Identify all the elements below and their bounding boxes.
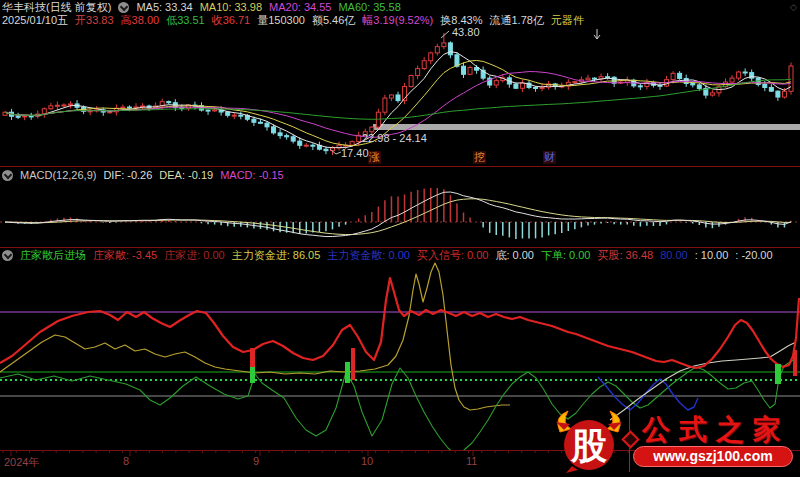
signal-bar [775,364,781,384]
dea-value: DEA: -0.19 [159,169,213,182]
signal-bar [345,362,350,383]
ma60-value: MA60: 35.58 [338,1,400,14]
collapse-macd-icon[interactable] [2,170,13,181]
dif-value: DIF: -0.26 [103,169,152,182]
zhulizijinjin-value: 主力资金进: 86.05 [232,249,321,262]
bull-logo: 股 [552,410,626,474]
ma5-value: MA5: 33.34 [136,1,192,14]
ma10-value: MA10: 33.98 [200,1,262,14]
collapse-indicator-icon[interactable] [2,250,13,261]
zhuangjiajin-value: 庄家进: 0.00 [164,249,225,262]
amount-value: 额5.46亿 [312,14,355,27]
ad-glyph: 挖 [473,151,486,164]
quote-row: 2025/01/10五开33.83高38.00低33.51收36.71量1503… [2,14,584,27]
open-value: 开33.83 [75,14,114,27]
float-value: 流通1.78亿 [489,14,543,27]
corner-icon: ◇ [790,2,797,12]
signal-bar [250,348,255,367]
low-annotation: 17.40 [341,147,369,159]
macd-values: MACD(12,26,9)DIF: -0.26DEA: -0.19MACD: -… [20,169,284,182]
high-pointer [441,31,449,38]
buy-signal-value: 买入信号: 0.00 [417,249,489,262]
watermark: 股 公式之家 www.gszj100.com [550,406,800,476]
collapse-price-icon[interactable] [118,2,129,13]
down-arrow-marker [594,29,600,39]
di-value: 底: 0.00 [495,249,534,262]
signal-bar [250,367,255,383]
macd-value: MACD: -0.15 [220,169,284,182]
watermark-brand: 公式之家 [642,411,790,449]
low-value: 低33.51 [166,14,205,27]
macd-params: MACD(12,26,9) [20,169,96,182]
ref-20-value: : -20.00 [735,249,772,262]
yellow-line [0,263,510,410]
red-line [0,278,799,368]
close-value: 收36.71 [212,14,251,27]
change-value: 幅3.19(9.52%) [362,14,433,27]
high-annotation: 43.80 [452,26,480,38]
xiadan-value: 下单: 0.00 [541,249,591,262]
title-row: 华丰科技(日线 前复权) MA5: 33.34MA10: 33.98MA20: … [2,1,401,14]
watermark-url: www.gszj100.com [633,446,793,467]
macd-panel[interactable] [0,188,800,239]
logo-flame [566,466,578,473]
axis-label: 8 [123,455,129,467]
zhuangjiasan-value: 庄家散: -3.45 [93,249,157,262]
maigu-value: 买股: 36.48 [597,249,653,262]
ma20-value: MA20: 34.55 [269,1,331,14]
gap-annotation: 22.98 - 24.14 [362,132,427,144]
high-value: 高38.00 [121,14,160,27]
indicator-values: 庄家散后进场庄家散: -3.45庄家进: 0.00主力资金进: 86.05主力资… [20,249,773,262]
indicator-header-row: 庄家散后进场庄家散: -3.45庄家进: 0.00主力资金进: 86.05主力资… [2,249,773,262]
axis-label: 9 [253,455,259,467]
axis-label: 2024年 [4,455,39,470]
blue-ref-value: 80.00 [660,249,688,262]
date-value: 2025/01/10五 [2,14,68,27]
stock-title: 华丰科技(日线 前复权) [2,1,111,14]
signal-bar [793,350,797,376]
ad-glyph: 涨 [368,151,381,164]
turnover-value: 换8.43% [440,14,482,27]
sector-value: 元器件 [551,14,584,27]
gap-band [373,124,800,130]
ref10-value: : 10.00 [695,249,729,262]
macd-header-row: MACD(12,26,9)DIF: -0.26DEA: -0.19MACD: -… [2,169,284,182]
zhulizijinsan-value: 主力资金散: 0.00 [327,249,410,262]
axis-label: 10 [361,455,373,467]
logo-char: 股 [570,426,607,466]
ad-glyph: 财 [543,151,556,164]
volume-value: 量150300 [257,14,305,27]
indicator-title: 庄家散后进场 [20,249,86,262]
signal-bar [351,348,355,380]
stock-chart-app: 华丰科技(日线 前复权) MA5: 33.34MA10: 33.98MA20: … [0,0,800,477]
ma-values: MA5: 33.34MA10: 33.98MA20: 34.55MA60: 35… [136,1,400,14]
axis-label: 11 [466,455,477,467]
